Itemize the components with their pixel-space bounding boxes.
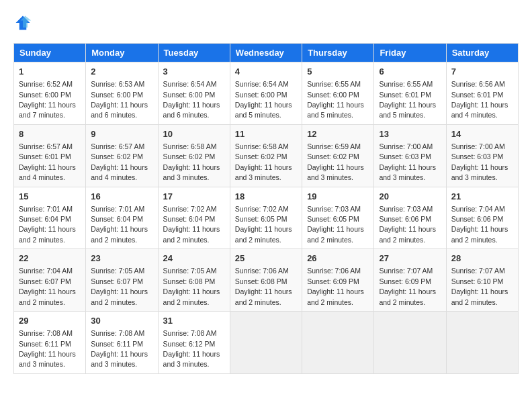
day-number: 27	[379, 253, 441, 265]
day-number: 28	[451, 253, 513, 265]
day-number: 22	[19, 253, 81, 265]
day-info: Sunrise: 7:01 AM Sunset: 6:04 PM Dayligh…	[19, 205, 76, 244]
day-header-monday: Monday	[86, 44, 158, 62]
calendar-cell: 15Sunrise: 7:01 AM Sunset: 6:04 PM Dayli…	[14, 187, 86, 249]
calendar-cell: 16Sunrise: 7:01 AM Sunset: 6:04 PM Dayli…	[86, 187, 158, 249]
calendar-cell: 10Sunrise: 6:58 AM Sunset: 6:02 PM Dayli…	[158, 124, 230, 187]
day-info: Sunrise: 7:02 AM Sunset: 6:05 PM Dayligh…	[235, 205, 292, 244]
day-number: 11	[235, 128, 297, 140]
calendar-week-row: 22Sunrise: 7:04 AM Sunset: 6:07 PM Dayli…	[14, 249, 519, 312]
day-info: Sunrise: 7:05 AM Sunset: 6:07 PM Dayligh…	[91, 267, 148, 306]
day-number: 8	[19, 128, 81, 140]
calendar-cell: 19Sunrise: 7:03 AM Sunset: 6:05 PM Dayli…	[302, 187, 374, 249]
day-info: Sunrise: 6:59 AM Sunset: 6:02 PM Dayligh…	[307, 142, 364, 181]
page-header	[13, 13, 519, 32]
day-info: Sunrise: 7:04 AM Sunset: 6:07 PM Dayligh…	[19, 267, 76, 306]
day-number: 12	[307, 128, 369, 140]
day-number: 10	[163, 128, 225, 140]
day-number: 9	[91, 128, 152, 140]
day-header-saturday: Saturday	[446, 44, 518, 62]
day-number: 14	[451, 128, 513, 140]
calendar-cell: 17Sunrise: 7:02 AM Sunset: 6:04 PM Dayli…	[158, 187, 230, 249]
calendar-cell: 1Sunrise: 6:52 AM Sunset: 6:00 PM Daylig…	[14, 62, 86, 125]
day-number: 21	[451, 191, 513, 203]
day-info: Sunrise: 7:05 AM Sunset: 6:08 PM Dayligh…	[163, 267, 220, 306]
calendar-cell: 14Sunrise: 7:00 AM Sunset: 6:03 PM Dayli…	[446, 124, 518, 187]
calendar-cell: 26Sunrise: 7:06 AM Sunset: 6:09 PM Dayli…	[302, 249, 374, 312]
calendar-cell: 13Sunrise: 7:00 AM Sunset: 6:03 PM Dayli…	[374, 124, 446, 187]
day-header-thursday: Thursday	[302, 44, 374, 62]
day-number: 15	[19, 191, 81, 203]
day-info: Sunrise: 6:57 AM Sunset: 6:02 PM Dayligh…	[91, 142, 148, 181]
day-info: Sunrise: 7:08 AM Sunset: 6:11 PM Dayligh…	[91, 329, 148, 368]
day-info: Sunrise: 7:03 AM Sunset: 6:05 PM Dayligh…	[307, 205, 364, 244]
generalblue-logo-icon	[13, 13, 32, 32]
day-number: 3	[163, 66, 225, 78]
calendar-cell: 6Sunrise: 6:55 AM Sunset: 6:01 PM Daylig…	[374, 62, 446, 125]
day-info: Sunrise: 7:02 AM Sunset: 6:04 PM Dayligh…	[163, 205, 220, 244]
day-number: 31	[163, 315, 225, 327]
calendar-cell: 18Sunrise: 7:02 AM Sunset: 6:05 PM Dayli…	[230, 187, 302, 249]
day-number: 6	[379, 66, 441, 78]
calendar-cell: 22Sunrise: 7:04 AM Sunset: 6:07 PM Dayli…	[14, 249, 86, 312]
day-info: Sunrise: 6:58 AM Sunset: 6:02 PM Dayligh…	[235, 142, 292, 181]
calendar-cell: 30Sunrise: 7:08 AM Sunset: 6:11 PM Dayli…	[86, 312, 158, 374]
calendar-cell: 8Sunrise: 6:57 AM Sunset: 6:01 PM Daylig…	[14, 124, 86, 187]
day-info: Sunrise: 7:00 AM Sunset: 6:03 PM Dayligh…	[451, 142, 508, 181]
calendar-cell: 2Sunrise: 6:53 AM Sunset: 6:00 PM Daylig…	[86, 62, 158, 125]
day-info: Sunrise: 6:57 AM Sunset: 6:01 PM Dayligh…	[19, 142, 76, 181]
calendar-week-row: 1Sunrise: 6:52 AM Sunset: 6:00 PM Daylig…	[14, 62, 519, 125]
calendar-cell: 12Sunrise: 6:59 AM Sunset: 6:02 PM Dayli…	[302, 124, 374, 187]
day-number: 13	[379, 128, 441, 140]
calendar-cell	[374, 312, 446, 374]
calendar-cell: 21Sunrise: 7:04 AM Sunset: 6:06 PM Dayli…	[446, 187, 518, 249]
calendar-cell: 7Sunrise: 6:56 AM Sunset: 6:01 PM Daylig…	[446, 62, 518, 125]
day-number: 23	[91, 253, 152, 265]
day-info: Sunrise: 6:55 AM Sunset: 6:00 PM Dayligh…	[307, 80, 364, 119]
calendar-cell: 9Sunrise: 6:57 AM Sunset: 6:02 PM Daylig…	[86, 124, 158, 187]
day-info: Sunrise: 7:00 AM Sunset: 6:03 PM Dayligh…	[379, 142, 436, 181]
day-info: Sunrise: 6:58 AM Sunset: 6:02 PM Dayligh…	[163, 142, 220, 181]
day-info: Sunrise: 6:55 AM Sunset: 6:01 PM Dayligh…	[379, 80, 436, 119]
day-info: Sunrise: 7:07 AM Sunset: 6:10 PM Dayligh…	[451, 267, 508, 306]
calendar-cell: 23Sunrise: 7:05 AM Sunset: 6:07 PM Dayli…	[86, 249, 158, 312]
day-number: 25	[235, 253, 297, 265]
day-info: Sunrise: 7:04 AM Sunset: 6:06 PM Dayligh…	[451, 205, 508, 244]
day-number: 29	[19, 315, 81, 327]
calendar-cell	[446, 312, 518, 374]
day-number: 30	[91, 315, 152, 327]
day-header-tuesday: Tuesday	[158, 44, 230, 62]
day-info: Sunrise: 6:54 AM Sunset: 6:00 PM Dayligh…	[235, 80, 292, 119]
day-number: 24	[163, 253, 225, 265]
calendar-cell	[230, 312, 302, 374]
day-header-friday: Friday	[374, 44, 446, 62]
calendar-table: SundayMondayTuesdayWednesdayThursdayFrid…	[13, 43, 519, 374]
day-number: 1	[19, 66, 81, 78]
day-info: Sunrise: 7:06 AM Sunset: 6:09 PM Dayligh…	[307, 267, 364, 306]
calendar-cell: 5Sunrise: 6:55 AM Sunset: 6:00 PM Daylig…	[302, 62, 374, 125]
day-info: Sunrise: 7:08 AM Sunset: 6:11 PM Dayligh…	[19, 329, 76, 368]
day-info: Sunrise: 6:53 AM Sunset: 6:00 PM Dayligh…	[91, 80, 148, 119]
day-number: 2	[91, 66, 152, 78]
day-info: Sunrise: 7:06 AM Sunset: 6:08 PM Dayligh…	[235, 267, 292, 306]
calendar-cell: 4Sunrise: 6:54 AM Sunset: 6:00 PM Daylig…	[230, 62, 302, 125]
calendar-cell: 28Sunrise: 7:07 AM Sunset: 6:10 PM Dayli…	[446, 249, 518, 312]
day-info: Sunrise: 6:52 AM Sunset: 6:00 PM Dayligh…	[19, 80, 76, 119]
calendar-cell: 31Sunrise: 7:08 AM Sunset: 6:12 PM Dayli…	[158, 312, 230, 374]
day-number: 17	[163, 191, 225, 203]
day-info: Sunrise: 6:56 AM Sunset: 6:01 PM Dayligh…	[451, 80, 508, 119]
calendar-week-row: 8Sunrise: 6:57 AM Sunset: 6:01 PM Daylig…	[14, 124, 519, 187]
calendar-week-row: 15Sunrise: 7:01 AM Sunset: 6:04 PM Dayli…	[14, 187, 519, 249]
calendar-cell: 27Sunrise: 7:07 AM Sunset: 6:09 PM Dayli…	[374, 249, 446, 312]
calendar-header-row: SundayMondayTuesdayWednesdayThursdayFrid…	[14, 44, 519, 62]
calendar-week-row: 29Sunrise: 7:08 AM Sunset: 6:11 PM Dayli…	[14, 312, 519, 374]
day-header-sunday: Sunday	[14, 44, 86, 62]
calendar-cell: 20Sunrise: 7:03 AM Sunset: 6:06 PM Dayli…	[374, 187, 446, 249]
day-number: 19	[307, 191, 369, 203]
calendar-cell: 24Sunrise: 7:05 AM Sunset: 6:08 PM Dayli…	[158, 249, 230, 312]
day-number: 5	[307, 66, 369, 78]
day-info: Sunrise: 6:54 AM Sunset: 6:00 PM Dayligh…	[163, 80, 220, 119]
day-info: Sunrise: 7:07 AM Sunset: 6:09 PM Dayligh…	[379, 267, 436, 306]
day-header-wednesday: Wednesday	[230, 44, 302, 62]
day-info: Sunrise: 7:08 AM Sunset: 6:12 PM Dayligh…	[163, 329, 220, 368]
